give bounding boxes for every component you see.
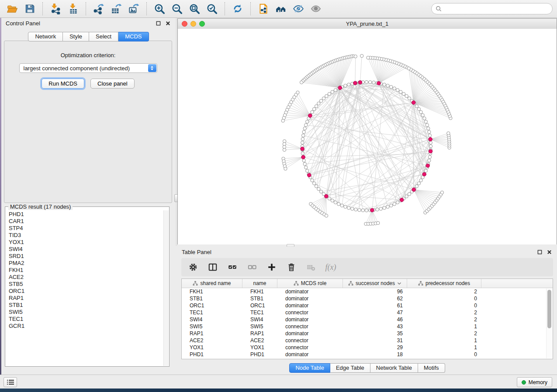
- table-scrollbar-thumb[interactable]: [547, 290, 551, 328]
- cell-name[interactable]: RAP1: [242, 330, 277, 337]
- mcds-result-item[interactable]: SWI4: [5, 246, 169, 253]
- cell-shared-name[interactable]: RAP1: [182, 330, 242, 337]
- save-session-button[interactable]: [22, 1, 38, 16]
- new-network-from-selection-button[interactable]: [256, 1, 271, 16]
- cell-mcds-role[interactable]: dominator: [277, 295, 343, 302]
- export-network-button[interactable]: [91, 1, 107, 16]
- cell-successor-nodes[interactable]: 18: [343, 351, 407, 358]
- tab-motifs[interactable]: Motifs: [418, 363, 445, 373]
- cell-mcds-role[interactable]: connector: [277, 344, 343, 351]
- mcds-result-item[interactable]: STB1: [5, 302, 169, 309]
- show-graphics-details-button[interactable]: [308, 1, 324, 16]
- table-settings-button[interactable]: [187, 261, 199, 273]
- hide-graphics-details-button[interactable]: [291, 1, 306, 16]
- cell-predecessor-nodes[interactable]: 0: [407, 351, 481, 358]
- mcds-result-item[interactable]: ORC1: [5, 288, 169, 295]
- mcds-result-item[interactable]: RAP1: [5, 295, 169, 302]
- mcds-result-item[interactable]: PHD1: [5, 211, 169, 218]
- mcds-result-item[interactable]: TID3: [5, 232, 169, 239]
- cell-shared-name[interactable]: PHD1: [182, 351, 242, 358]
- mcds-result-item[interactable]: CAR1: [5, 218, 169, 225]
- cell-name[interactable]: ORC1: [242, 302, 277, 309]
- tab-mcds[interactable]: MCDS: [118, 32, 149, 41]
- float-table-panel-button[interactable]: [536, 248, 543, 255]
- network-canvas[interactable]: [178, 29, 557, 244]
- cell-name[interactable]: SWI5: [242, 323, 277, 330]
- refresh-layout-button[interactable]: [230, 1, 246, 16]
- graph-nodes[interactable]: [281, 54, 452, 225]
- add-column-button[interactable]: [266, 261, 277, 273]
- delete-column-button[interactable]: [286, 261, 297, 273]
- cell-predecessor-nodes[interactable]: 1: [407, 344, 481, 351]
- cell-successor-nodes[interactable]: 96: [343, 288, 407, 295]
- mcds-result-item[interactable]: STB5: [5, 281, 169, 288]
- close-panel-button[interactable]: [164, 20, 171, 27]
- mcds-result-item[interactable]: SRD1: [5, 253, 169, 260]
- tab-network-table[interactable]: Network Table: [370, 363, 418, 373]
- minimize-window-button[interactable]: [190, 21, 196, 27]
- cell-shared-name[interactable]: SWI5: [182, 323, 242, 330]
- export-image-button[interactable]: [126, 1, 142, 16]
- node-table-row[interactable]: ORC1ORC1dominator610: [182, 302, 553, 309]
- search-input[interactable]: [444, 5, 548, 13]
- cell-name[interactable]: PHD1: [242, 351, 277, 358]
- mcds-result-item[interactable]: YOX1: [5, 239, 169, 246]
- cell-shared-name[interactable]: TEC1: [182, 309, 242, 316]
- zoom-in-button[interactable]: [152, 1, 167, 16]
- close-window-button[interactable]: [182, 21, 187, 27]
- cell-successor-nodes[interactable]: 47: [343, 309, 407, 316]
- select-all-rows-button[interactable]: [227, 261, 238, 273]
- run-mcds-button[interactable]: Run MCDS: [42, 79, 84, 89]
- cell-successor-nodes[interactable]: 31: [343, 337, 407, 344]
- close-mcds-panel-button[interactable]: Close panel: [90, 79, 135, 89]
- tab-network[interactable]: Network: [28, 32, 63, 41]
- mcds-result-item[interactable]: GCR1: [5, 323, 169, 330]
- cell-mcds-role[interactable]: connector: [277, 309, 343, 316]
- network-window-titlebar[interactable]: YPA_prune.txt_1: [178, 19, 557, 29]
- cell-successor-nodes[interactable]: 46: [343, 316, 407, 323]
- zoom-fit-button[interactable]: [187, 1, 202, 16]
- column-header-predecessor-nodes[interactable]: predecessor nodes: [407, 279, 481, 288]
- tab-style[interactable]: Style: [63, 32, 89, 41]
- cell-predecessor-nodes[interactable]: 2: [407, 309, 481, 316]
- cell-predecessor-nodes[interactable]: 0: [407, 295, 481, 302]
- cell-mcds-role[interactable]: dominator: [277, 330, 343, 337]
- cell-successor-nodes[interactable]: 35: [343, 330, 407, 337]
- cell-name[interactable]: STB1: [242, 295, 277, 302]
- zoom-selected-button[interactable]: [204, 1, 220, 16]
- cell-shared-name[interactable]: ORC1: [182, 302, 242, 309]
- deselect-all-rows-button[interactable]: [246, 261, 258, 273]
- cell-name[interactable]: TEC1: [242, 309, 277, 316]
- mcds-result-item[interactable]: STP4: [5, 225, 169, 232]
- mcds-result-item[interactable]: PMA2: [5, 260, 169, 267]
- cell-successor-nodes[interactable]: 29: [343, 344, 407, 351]
- import-table-button[interactable]: [65, 1, 81, 16]
- tab-node-table[interactable]: Node Table: [289, 363, 330, 373]
- mcds-result-item[interactable]: ACE2: [5, 274, 169, 281]
- cell-mcds-role[interactable]: connector: [277, 337, 343, 344]
- float-panel-button[interactable]: [155, 20, 162, 27]
- import-network-button[interactable]: [48, 1, 63, 16]
- node-table-row[interactable]: SWI5SWI5connector431: [182, 323, 553, 330]
- mcds-result-item[interactable]: FKH1: [5, 267, 169, 274]
- cell-predecessor-nodes[interactable]: 2: [407, 330, 481, 337]
- cell-successor-nodes[interactable]: 62: [343, 295, 407, 302]
- export-table-button[interactable]: [108, 1, 124, 16]
- cell-shared-name[interactable]: YOX1: [182, 344, 242, 351]
- network-graph[interactable]: [178, 29, 557, 244]
- column-header-name[interactable]: name: [242, 279, 277, 288]
- tab-select[interactable]: Select: [89, 32, 118, 41]
- cell-shared-name[interactable]: ACE2: [182, 337, 242, 344]
- node-table-row[interactable]: STB1STB1dominator620: [182, 295, 553, 302]
- close-table-panel-button[interactable]: [546, 248, 553, 255]
- node-table-row[interactable]: SWI4SWI4dominator462: [182, 316, 553, 323]
- status-list-button[interactable]: [3, 377, 17, 387]
- cell-predecessor-nodes[interactable]: 2: [407, 288, 481, 295]
- table-scrollbar[interactable]: [546, 289, 552, 358]
- mcds-result-item[interactable]: TEC1: [5, 316, 169, 323]
- open-file-button[interactable]: [4, 1, 20, 16]
- node-table-row[interactable]: TEC1TEC1connector472: [182, 309, 553, 316]
- column-header-successor-nodes[interactable]: successor nodes: [343, 279, 407, 288]
- memory-button[interactable]: Memory: [517, 377, 552, 387]
- zoom-out-button[interactable]: [169, 1, 185, 16]
